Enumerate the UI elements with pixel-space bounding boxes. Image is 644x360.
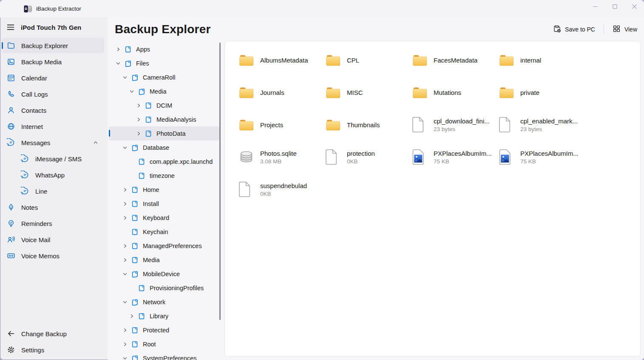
grid-file-suspendnebulad[interactable]: suspendnebulad0KB <box>238 173 325 206</box>
tree-item-keyboard[interactable]: Keyboard <box>109 211 219 225</box>
cassette-icon <box>7 251 15 260</box>
tree-item-provisioningprofiles[interactable]: ProvisioningProfiles <box>109 281 219 295</box>
close-button[interactable] <box>624 0 644 13</box>
chevron-right-icon[interactable] <box>122 243 128 249</box>
sidebar-item-line[interactable]: Line <box>2 183 104 199</box>
tree-item-mediaanalysis[interactable]: MediaAnalysis <box>109 112 219 126</box>
file-grid-card: AlbumsMetadataCPLFacesMetadatainternalJo… <box>224 41 641 357</box>
chevron-right-icon[interactable] <box>122 187 128 192</box>
tree-item-photodata[interactable]: PhotoData <box>109 126 219 140</box>
folder-open-icon <box>130 270 139 278</box>
maximize-button[interactable] <box>605 0 624 13</box>
tree-scrollbar[interactable] <box>219 43 221 320</box>
sidebar-item-backup-explorer[interactable]: Backup Explorer <box>2 38 104 53</box>
folder-closed-icon <box>130 340 139 349</box>
tree-item-mobiledevice[interactable]: MobileDevice <box>109 267 219 281</box>
tree-item-protected[interactable]: Protected <box>109 323 219 337</box>
grid-folder-mutations[interactable]: Mutations <box>412 76 499 109</box>
sidebar-item-voice-memos[interactable]: Voice Memos <box>2 248 104 263</box>
tree-item-label: ProvisioningProfiles <box>150 285 204 291</box>
tree-item-systempreferences[interactable]: SystemPreferences <box>109 351 219 360</box>
image-icon <box>7 57 15 66</box>
tree-item-files[interactable]: Files <box>109 56 219 70</box>
file-meta: private <box>520 89 539 96</box>
tree-item-media[interactable]: Media <box>109 84 219 98</box>
chevron-right-icon[interactable] <box>122 342 128 347</box>
chevron-right-icon[interactable] <box>122 257 128 263</box>
person-icon <box>7 106 15 114</box>
sidebar-item-notes[interactable]: Notes <box>2 200 104 215</box>
grid-file-pxplacesalbumim[interactable]: PXPlacesAlbumIm...75 KB <box>499 141 585 173</box>
chevron-right-icon[interactable] <box>122 328 128 333</box>
chevron-down-icon[interactable] <box>122 75 128 80</box>
grid-folder-albumsmetadata[interactable]: AlbumsMetadata <box>238 44 325 76</box>
tree-item-apps[interactable]: Apps <box>109 42 219 56</box>
grid-file-cpl-download-fini[interactable]: cpl_download_fini...23 bytes <box>412 109 499 141</box>
sidebar-item-imessage-sms[interactable]: iMessage / SMS <box>2 151 104 166</box>
tree-item-cameraroll[interactable]: CameraRoll <box>109 70 219 84</box>
sidebar-item-internet[interactable]: Internet <box>2 119 104 134</box>
grid-folder-thumbnails[interactable]: Thumbnails <box>325 109 412 141</box>
hamburger-menu-icon[interactable] <box>7 24 14 31</box>
grid-folder-private[interactable]: private <box>499 76 585 109</box>
tree-item-com-apple-xpc-launchd[interactable]: com.apple.xpc.launchd <box>109 154 219 169</box>
chevron-up-icon[interactable] <box>93 140 98 145</box>
grid-folder-facesmetadata[interactable]: FacesMetadata <box>412 44 499 76</box>
chevron-right-icon[interactable] <box>135 117 142 122</box>
sidebar-item-contacts[interactable]: Contacts <box>2 103 104 118</box>
sidebar: iPod Touch 7th Gen Backup ExplorerBackup… <box>0 17 108 360</box>
view-button[interactable]: View <box>609 22 641 37</box>
sidebar-item-voice-mail[interactable]: Voice Mail <box>2 232 104 247</box>
chevron-down-icon[interactable] <box>128 89 135 94</box>
sidebar-item-calendar[interactable]: Calendar <box>2 70 104 86</box>
grid-file-photos-sqlite[interactable]: Photos.sqlite3.08 MB <box>238 141 325 173</box>
folder-icon <box>412 54 429 66</box>
minimize-button[interactable] <box>585 0 605 13</box>
chevron-right-icon[interactable] <box>135 103 142 108</box>
tree-item-root[interactable]: Root <box>109 337 219 351</box>
chevron-down-icon[interactable] <box>122 300 128 305</box>
grid-file-cpl-enabled-mark[interactable]: cpl_enabled_mark...23 bytes <box>499 109 585 141</box>
folder-closed-icon <box>130 228 139 236</box>
tree-item-dcim[interactable]: DCIM <box>109 98 219 112</box>
grid-folder-cpl[interactable]: CPL <box>325 44 412 76</box>
grid-folder-misc[interactable]: MISC <box>325 76 412 109</box>
chevron-down-icon[interactable] <box>122 356 128 360</box>
tree-item-home[interactable]: Home <box>109 183 219 197</box>
sidebar-item-backup-media[interactable]: Backup Media <box>2 54 104 69</box>
grid-folder-internal[interactable]: internal <box>499 44 585 76</box>
tree-item-timezone[interactable]: timezone <box>109 169 219 183</box>
tree-item-managedpreferences[interactable]: ManagedPreferences <box>109 239 219 253</box>
sidebar-item-call-logs[interactable]: Call Logs <box>2 86 104 102</box>
file-meta: suspendnebulad0KB <box>260 182 307 197</box>
chevron-right-icon[interactable] <box>115 47 122 52</box>
chevron-down-icon[interactable] <box>122 145 128 150</box>
tree-item-media[interactable]: Media <box>109 253 219 267</box>
chevron-right-icon[interactable] <box>128 314 135 319</box>
grid-folder-journals[interactable]: Journals <box>238 76 325 109</box>
sidebar-item-label: Settings <box>21 346 44 354</box>
sidebar-item-messages[interactable]: Messages <box>2 135 104 150</box>
chat-icon <box>21 154 29 163</box>
chevron-right-icon[interactable] <box>135 131 142 136</box>
grid-file-pxplacesalbumim[interactable]: PXPlacesAlbumIm...75 KB <box>412 141 499 173</box>
file-meta: Photos.sqlite3.08 MB <box>260 150 297 165</box>
sidebar-item-change-backup[interactable]: Change Backup <box>2 326 104 341</box>
save-to-pc-button[interactable]: Save to PC <box>550 22 599 37</box>
tree-item-install[interactable]: Install <box>109 197 219 211</box>
sidebar-item-reminders[interactable]: Reminders <box>2 216 104 231</box>
folder-icon <box>499 54 516 66</box>
sidebar-item-whatsapp[interactable]: WhatsApp <box>2 167 104 183</box>
tree-item-database[interactable]: Database <box>109 140 219 154</box>
chevron-right-icon[interactable] <box>122 215 128 220</box>
chevron-right-icon[interactable] <box>122 201 128 206</box>
grid-folder-projects[interactable]: Projects <box>238 109 325 141</box>
chevron-down-icon[interactable] <box>122 271 128 277</box>
tree-item-library[interactable]: Library <box>109 309 219 323</box>
chevron-down-icon[interactable] <box>115 61 122 66</box>
sidebar-item-settings[interactable]: Settings <box>2 342 104 357</box>
folder-closed-icon <box>130 256 139 264</box>
tree-item-keychain[interactable]: Keychain <box>109 225 219 239</box>
tree-item-network[interactable]: Network <box>109 295 219 309</box>
grid-file-protection[interactable]: protection0KB <box>325 141 412 173</box>
